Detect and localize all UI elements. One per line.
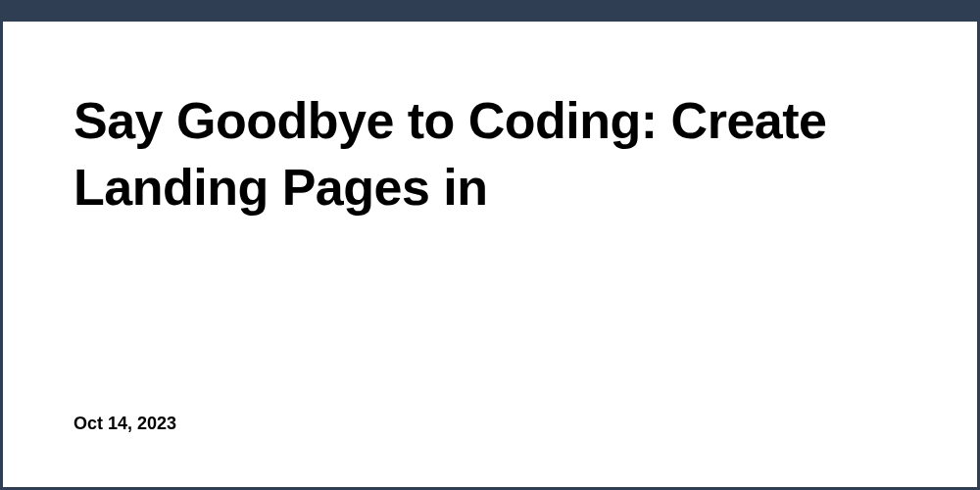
- content-frame: Say Goodbye to Coding: Create Landing Pa…: [0, 22, 980, 490]
- top-bar: [0, 0, 980, 22]
- article-date: Oct 14, 2023: [74, 414, 906, 434]
- article-title: Say Goodbye to Coding: Create Landing Pa…: [74, 88, 906, 220]
